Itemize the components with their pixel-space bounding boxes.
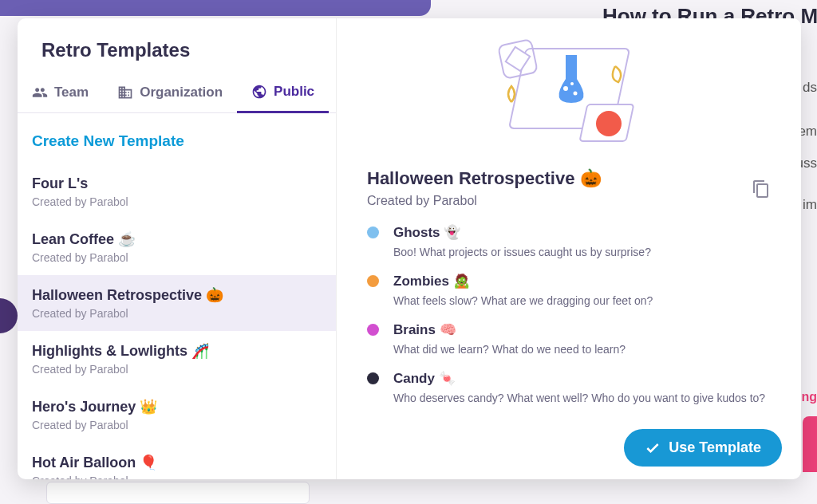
- svg-rect-3: [566, 55, 577, 68]
- template-detail-pane: Halloween Retrospective 🎃 Created by Par…: [337, 18, 801, 479]
- bg-purple-bar: [0, 0, 431, 16]
- copy-template-button[interactable]: [752, 179, 771, 199]
- prompt-ghosts: Ghosts 👻 Boo! What projects or issues ca…: [367, 224, 771, 258]
- scope-tabs: Team Organization Public: [18, 76, 336, 113]
- prompt-desc: What feels slow? What are we dragging ou…: [393, 294, 771, 307]
- template-item-four-ls[interactable]: Four L's Created by Parabol: [18, 164, 336, 219]
- use-template-button[interactable]: Use Template: [624, 429, 782, 467]
- tab-public[interactable]: Public: [237, 76, 329, 113]
- check-icon: [645, 440, 661, 456]
- use-template-label: Use Template: [669, 439, 761, 456]
- prompt-candy: Candy 🍬 Who deserves candy? What went we…: [367, 370, 771, 404]
- bg-pink-button-sliver[interactable]: [803, 416, 817, 472]
- tab-public-label: Public: [274, 84, 314, 100]
- prompt-name: Brains 🧠: [393, 321, 771, 338]
- template-item-highlights-lowlights[interactable]: Highlights & Lowlights 🎢 Created by Para…: [18, 331, 336, 387]
- svg-point-7: [562, 61, 566, 65]
- template-author: Created by Parabol: [32, 419, 322, 431]
- template-author: Created by Parabol: [32, 307, 322, 320]
- public-icon: [251, 84, 267, 100]
- template-item-heros-journey[interactable]: Hero's Journey 👑 Created by Parabol: [18, 387, 336, 443]
- modal-title: Retro Templates: [18, 18, 336, 76]
- template-author: Created by Parabol: [32, 474, 322, 479]
- create-new-template-link[interactable]: Create New Template: [18, 113, 336, 164]
- bg-side-text-1: ds: [803, 80, 817, 96]
- template-list-pane: Retro Templates Team Organization Public…: [18, 18, 337, 479]
- bg-card-outline: [46, 482, 310, 504]
- prompt-color-dot: [367, 226, 379, 238]
- template-author: Created by Parabol: [32, 251, 322, 264]
- template-item-hot-air-balloon[interactable]: Hot Air Balloon 🎈 Created by Parabol: [18, 443, 336, 479]
- detail-title: Halloween Retrospective 🎃: [367, 168, 771, 189]
- tab-team[interactable]: Team: [18, 76, 103, 112]
- svg-point-4: [563, 86, 568, 91]
- prompt-name: Ghosts 👻: [393, 224, 771, 241]
- side-drawer-handle[interactable]: [0, 298, 18, 333]
- prompt-desc: What did we learn? What do we need to le…: [393, 343, 771, 356]
- svg-point-10: [596, 111, 622, 136]
- tab-organization[interactable]: Organization: [103, 76, 237, 112]
- bg-side-text-4: im: [803, 197, 817, 213]
- template-name: Hot Air Balloon 🎈: [32, 454, 322, 471]
- template-list: Four L's Created by Parabol Lean Coffee …: [18, 164, 336, 479]
- prompt-zombies: Zombies 🧟 What feels slow? What are we d…: [367, 273, 771, 307]
- prompt-color-dot: [367, 372, 379, 384]
- prompt-name: Candy 🍬: [393, 370, 771, 387]
- svg-point-5: [574, 92, 578, 96]
- tab-team-label: Team: [54, 85, 89, 100]
- prompt-desc: Who deserves candy? What went well? Who …: [393, 392, 771, 404]
- template-author: Created by Parabol: [32, 195, 322, 208]
- detail-author: Created by Parabol: [367, 194, 771, 208]
- prompt-name: Zombies 🧟: [393, 273, 771, 289]
- template-name: Halloween Retrospective 🎃: [32, 286, 322, 304]
- template-author: Created by Parabol: [32, 363, 322, 376]
- prompt-brains: Brains 🧠 What did we learn? What do we n…: [367, 321, 771, 356]
- template-picker-modal: Retro Templates Team Organization Public…: [18, 18, 801, 479]
- copy-icon: [752, 179, 771, 199]
- svg-point-8: [577, 60, 580, 63]
- template-illustration: [489, 34, 649, 148]
- template-name: Lean Coffee ☕: [32, 230, 322, 248]
- prompt-color-dot: [367, 275, 379, 287]
- template-item-lean-coffee[interactable]: Lean Coffee ☕ Created by Parabol: [18, 219, 336, 275]
- template-name: Four L's: [32, 175, 322, 192]
- prompt-desc: Boo! What projects or issues caught us b…: [393, 246, 771, 258]
- prompt-color-dot: [367, 324, 379, 336]
- template-item-halloween[interactable]: Halloween Retrospective 🎃 Created by Par…: [18, 275, 336, 331]
- tab-organization-label: Organization: [140, 85, 223, 100]
- template-name: Highlights & Lowlights 🎢: [32, 342, 322, 360]
- svg-point-6: [570, 82, 574, 85]
- prompt-list: Ghosts 👻 Boo! What projects or issues ca…: [367, 224, 771, 404]
- organization-icon: [117, 85, 133, 100]
- team-icon: [32, 85, 48, 100]
- template-name: Hero's Journey 👑: [32, 398, 322, 415]
